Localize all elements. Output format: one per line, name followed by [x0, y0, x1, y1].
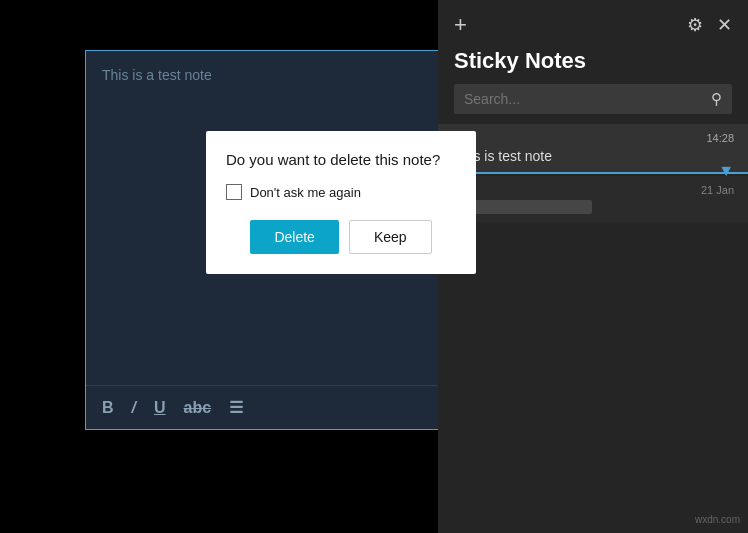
note-item-1-text: This is test note — [454, 148, 734, 164]
dont-ask-checkbox[interactable] — [226, 184, 242, 200]
delete-dialog: Do you want to delete this note? Don't a… — [206, 131, 476, 274]
note-placeholder: This is a test note — [102, 67, 212, 83]
search-magnifier-icon: ⚲ — [711, 90, 722, 108]
note-item-1[interactable]: 14:28 This is test note ▼ — [438, 124, 748, 174]
strikethrough-icon[interactable]: abc — [184, 399, 212, 417]
add-note-icon[interactable]: + — [454, 12, 467, 38]
watermark: wxdn.com — [695, 514, 740, 525]
notes-list: 14:28 This is test note ▼ 21 Jan — [438, 124, 748, 533]
close-icon[interactable]: ✕ — [717, 14, 732, 36]
underline-icon[interactable]: U — [154, 399, 166, 417]
note-item-1-time: 14:28 — [454, 132, 734, 144]
dialog-buttons: Delete Keep — [226, 220, 456, 254]
dont-ask-label: Don't ask me again — [250, 185, 361, 200]
keep-button[interactable]: Keep — [349, 220, 432, 254]
delete-dialog-title: Do you want to delete this note? — [226, 151, 456, 168]
note-item-2[interactable]: 21 Jan — [438, 176, 748, 222]
settings-icon[interactable]: ⚙ — [687, 14, 703, 36]
panel-title: Sticky Notes — [438, 44, 748, 84]
sticky-panel: + ⚙ ✕ Sticky Notes ⚲ 14:28 This is test … — [438, 0, 748, 533]
main-container: This is a test note Do you want to delet… — [0, 0, 748, 533]
panel-header-icons: ⚙ ✕ — [687, 14, 732, 36]
checkbox-row: Don't ask me again — [226, 184, 456, 200]
delete-button[interactable]: Delete — [250, 220, 338, 254]
note-item-2-date: 21 Jan — [452, 184, 734, 196]
bold-icon[interactable]: B — [102, 399, 114, 417]
search-input[interactable] — [464, 91, 711, 107]
italic-icon[interactable]: / — [132, 399, 136, 417]
panel-header: + ⚙ ✕ — [438, 0, 748, 44]
search-bar: ⚲ — [454, 84, 732, 114]
list-icon[interactable]: ☰ — [229, 398, 243, 417]
